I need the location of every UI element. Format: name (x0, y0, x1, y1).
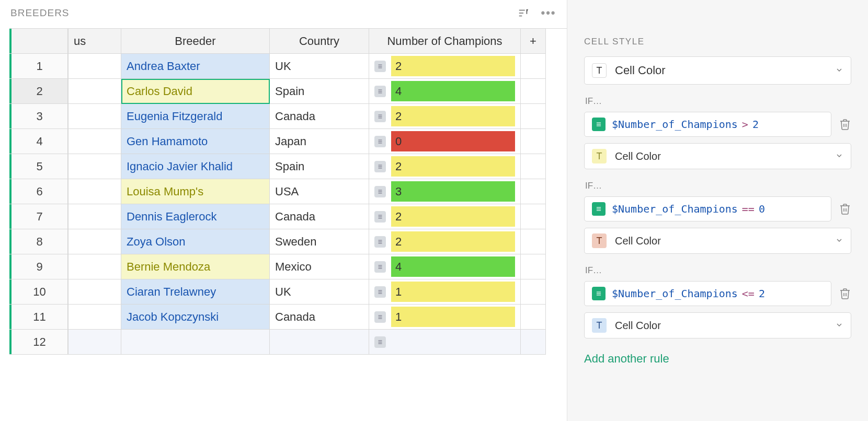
col-country[interactable]: Country (270, 29, 369, 54)
cell-breeder[interactable] (121, 330, 270, 355)
cell-breeder[interactable]: Gen Hamamoto (121, 129, 270, 154)
rule-condition-input[interactable]: $Number_of_Champions>2 (584, 112, 831, 137)
list-icon (374, 236, 386, 248)
trash-icon[interactable] (839, 203, 851, 215)
cell-champions[interactable]: 4 (369, 254, 521, 279)
cell-breeder[interactable]: Carlos David (121, 79, 270, 104)
cell-country[interactable]: UK (270, 54, 369, 79)
cell-champions[interactable]: 4 (369, 79, 521, 104)
cell-country[interactable]: Spain (270, 79, 369, 104)
cell-truncated[interactable] (68, 54, 121, 79)
rule-row: $Number_of_Champions>2 (584, 112, 851, 137)
rule-condition-input[interactable]: $Number_of_Champions<=2 (584, 281, 831, 306)
cell-truncated[interactable] (68, 279, 121, 305)
cell-breeder[interactable]: Ciaran Trelawney (121, 279, 270, 305)
row-number[interactable]: 9 (12, 254, 68, 279)
cell-breeder[interactable]: Jacob Kopczynski (121, 305, 270, 330)
cell-country[interactable]: Sweden (270, 229, 369, 254)
cell-champions[interactable] (369, 330, 521, 355)
cell-trailing (521, 279, 546, 305)
cell-country[interactable] (270, 330, 369, 355)
row-number[interactable]: 3 (12, 104, 68, 129)
cell-champions[interactable]: 2 (369, 104, 521, 129)
cell-champions[interactable]: 2 (369, 204, 521, 229)
text-style-icon: T (592, 318, 607, 333)
cell-breeder[interactable]: Eugenia Fitzgerald (121, 104, 270, 129)
row-number[interactable]: 12 (12, 330, 68, 355)
cell-champions[interactable]: 2 (369, 229, 521, 254)
table-panel: BREEDERS ••• us Breeder Country Number o… (0, 0, 567, 421)
cell-truncated[interactable] (68, 305, 121, 330)
rule-var: $Number_of_Champions (612, 203, 738, 215)
cell-country[interactable]: Spain (270, 154, 369, 179)
rule-style-select[interactable]: TCell Color (584, 312, 851, 338)
cell-breeder[interactable]: Dennis Eaglerock (121, 204, 270, 229)
cell-country[interactable]: Canada (270, 305, 369, 330)
cell-truncated[interactable] (68, 104, 121, 129)
add-rule-link[interactable]: Add another rule (584, 352, 669, 366)
cell-champions[interactable]: 0 (369, 129, 521, 154)
cell-breeder[interactable]: Andrea Baxter (121, 54, 270, 79)
champion-value: 2 (391, 156, 515, 177)
cell-truncated[interactable] (68, 204, 121, 229)
add-column-button[interactable]: + (521, 29, 546, 54)
rule-style-select[interactable]: TCell Color (584, 228, 851, 254)
cell-trailing (521, 330, 546, 355)
rule-style-select[interactable]: TCell Color (584, 143, 851, 169)
cell-country[interactable]: USA (270, 179, 369, 204)
data-grid: us Breeder Country Number of Champions +… (9, 28, 567, 355)
cell-truncated[interactable] (68, 254, 121, 279)
side-panel: CELL STYLE T Cell Color IF…$Number_of_Ch… (567, 0, 868, 421)
row-number[interactable]: 7 (12, 204, 68, 229)
chevron-down-icon (835, 151, 843, 161)
more-icon[interactable]: ••• (541, 5, 556, 21)
cell-breeder[interactable]: Zoya Olson (121, 229, 270, 254)
row-number[interactable]: 2 (12, 79, 68, 104)
select-label: Cell Color (615, 235, 835, 247)
cell-breeder[interactable]: Louisa Mump's (121, 179, 270, 204)
cell-champions[interactable]: 2 (369, 54, 521, 79)
col-champions[interactable]: Number of Champions (369, 29, 521, 54)
list-icon (374, 161, 386, 172)
list-icon (374, 186, 386, 197)
rownum-header (12, 29, 68, 54)
rule-op: <= (742, 287, 755, 300)
row-number[interactable]: 10 (12, 279, 68, 305)
cell-truncated[interactable] (68, 79, 121, 104)
cell-champions[interactable]: 1 (369, 305, 521, 330)
cell-truncated[interactable] (68, 179, 121, 204)
cell-champions[interactable]: 1 (369, 279, 521, 305)
row-number[interactable]: 4 (12, 129, 68, 154)
trash-icon[interactable] (839, 287, 851, 300)
cell-truncated[interactable] (68, 330, 121, 355)
rule-num: 2 (752, 118, 759, 131)
cell-champions[interactable]: 2 (369, 154, 521, 179)
row-number[interactable]: 11 (12, 305, 68, 330)
filter-icon[interactable] (516, 5, 531, 21)
rule-condition-input[interactable]: $Number_of_Champions==0 (584, 196, 831, 221)
cell-truncated[interactable] (68, 229, 121, 254)
cell-country[interactable]: Canada (270, 104, 369, 129)
col-breeder[interactable]: Breeder (121, 29, 270, 54)
cell-truncated[interactable] (68, 154, 121, 179)
trash-icon[interactable] (839, 118, 851, 131)
cell-country[interactable]: UK (270, 279, 369, 305)
row-number[interactable]: 5 (12, 154, 68, 179)
cell-trailing (521, 305, 546, 330)
cell-country[interactable]: Canada (270, 204, 369, 229)
cell-breeder[interactable]: Bernie Mendoza (121, 254, 270, 279)
cell-champions[interactable]: 3 (369, 179, 521, 204)
cell-breeder[interactable]: Ignacio Javier Khalid (121, 154, 270, 179)
row-number[interactable]: 8 (12, 229, 68, 254)
formula-icon (592, 202, 606, 216)
text-style-icon: T (592, 149, 607, 163)
cell-country[interactable]: Mexico (270, 254, 369, 279)
row-number[interactable]: 6 (12, 179, 68, 204)
col-truncated[interactable]: us (68, 29, 121, 54)
if-label: IF… (585, 265, 851, 276)
cell-country[interactable]: Japan (270, 129, 369, 154)
cell-truncated[interactable] (68, 129, 121, 154)
if-label: IF… (585, 96, 851, 107)
default-style-select[interactable]: T Cell Color (584, 56, 851, 85)
row-number[interactable]: 1 (12, 54, 68, 79)
